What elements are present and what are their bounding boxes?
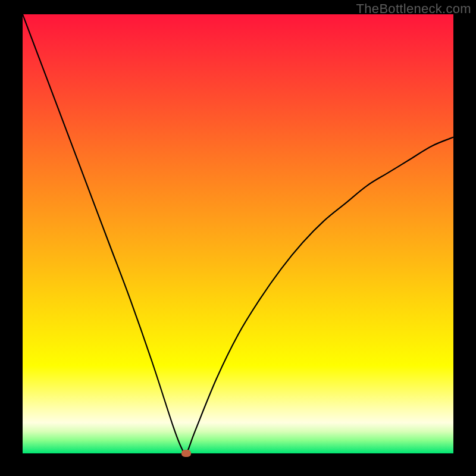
watermark-text: TheBottleneck.com [356, 1, 471, 17]
plot-area [23, 14, 453, 453]
bottleneck-curve [23, 14, 453, 453]
bottleneck-marker [181, 450, 191, 457]
curve-path [23, 14, 453, 453]
chart-frame: TheBottleneck.com [0, 0, 476, 476]
